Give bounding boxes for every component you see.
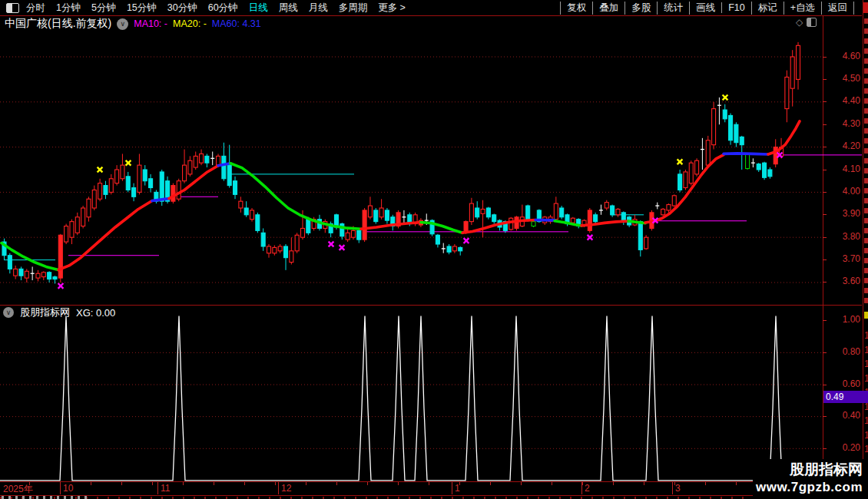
indicator-header: 股朋指标网 XG: 0.00 <box>3 306 115 319</box>
minor-tick <box>552 482 552 485</box>
minor-tick <box>613 482 614 485</box>
toolbar-item-f10[interactable]: F10 <box>721 2 751 13</box>
toolbar-item-multi-period[interactable]: 多周期 <box>339 2 368 15</box>
toolbar-item-tongji[interactable]: 统计 <box>657 2 689 15</box>
toolbar-item-zixuan[interactable]: +自选 <box>784 2 821 15</box>
clipped-yellow-fragment <box>864 312 868 319</box>
ma60-legend: MA60: 4.31 <box>212 18 261 29</box>
clipped-digit: 1 <box>864 343 868 358</box>
indicator-axis-label: 0.60 <box>827 378 860 390</box>
toolbar-item-duogu[interactable]: 多股 <box>624 2 657 15</box>
toolbar-item-fenshi[interactable]: 分时 <box>26 2 45 15</box>
stock-title: 中国广核(日线.前复权) <box>5 17 111 31</box>
ma10-legend: MA10: - <box>134 18 167 29</box>
minor-tick <box>121 482 122 485</box>
chevron-down-icon[interactable] <box>3 307 14 318</box>
toolbar-item-5min[interactable]: 5分钟 <box>91 2 116 15</box>
minor-tick <box>644 482 644 485</box>
split-pane-icon[interactable] <box>807 18 817 27</box>
toolbar-item-weekly[interactable]: 周线 <box>279 2 298 15</box>
toolbar-item-diejia[interactable]: 叠加 <box>592 2 624 15</box>
chart-corner-icons: ◇ <box>796 17 817 28</box>
toolbar-item-15min[interactable]: 15分钟 <box>127 2 157 15</box>
month-tick <box>157 482 158 494</box>
month-tick <box>672 482 673 494</box>
year-label: 2025年 <box>3 483 33 496</box>
period-toolbar: 分时1分钟5分钟15分钟30分钟60分钟日线周线月线多周期更多 > 复权叠加多股… <box>0 0 862 15</box>
toolbar-item-fuquan[interactable]: 复权 <box>560 2 592 15</box>
ma20-legend: MA20: - <box>173 18 207 29</box>
month-label: 12 <box>281 483 291 494</box>
minor-tick <box>91 482 91 485</box>
toolbar-item-60min[interactable]: 60分钟 <box>208 2 238 15</box>
month-tick <box>278 482 279 494</box>
watermark-site-name: 股朋指标网 <box>753 461 863 479</box>
minor-tick <box>705 482 706 485</box>
month-label: 11 <box>161 483 170 494</box>
minor-tick <box>398 482 399 485</box>
toolbar-item-more[interactable]: 更多 > <box>378 2 406 15</box>
toolbar-item-biaoji[interactable]: 标记 <box>751 2 784 15</box>
collapsed-side-panel[interactable]: 11111111111 <box>863 0 868 499</box>
indicator-axis-label: 1.00 <box>827 314 860 326</box>
window-layout-icon[interactable] <box>6 3 19 13</box>
time-axis: 2025年 101112123 <box>0 482 862 495</box>
minor-tick <box>29 482 30 485</box>
scrollbar-stub <box>863 2 868 13</box>
toolbar-item-30min[interactable]: 30分钟 <box>167 2 197 15</box>
indicator-chart-canvas[interactable] <box>0 306 823 481</box>
clipped-digit: 1 <box>864 428 868 443</box>
month-label: 2 <box>585 483 590 494</box>
indicator-axis-label: 0.80 <box>827 346 860 358</box>
month-label: 1 <box>455 483 460 494</box>
toolbar-item-1min[interactable]: 1分钟 <box>56 2 81 15</box>
clipped-bottom-row <box>0 496 862 499</box>
toolbar-item-daily[interactable]: 日线 <box>249 2 268 15</box>
watermark: 股朋指标网 www.7gpzb.com <box>753 459 868 499</box>
minor-tick <box>582 482 583 485</box>
diamond-icon[interactable]: ◇ <box>796 17 803 28</box>
month-tick <box>452 482 452 494</box>
clipped-glyph-fragments <box>864 18 868 304</box>
minor-tick <box>336 482 337 485</box>
minor-tick <box>306 482 306 485</box>
minor-tick <box>183 482 184 485</box>
minor-tick <box>367 482 368 485</box>
indicator-axis-label: 0.20 <box>827 442 860 454</box>
clipped-digit: 1 <box>864 442 868 457</box>
month-label: 10 <box>63 483 73 494</box>
minor-tick <box>244 482 245 485</box>
month-tick <box>581 482 582 494</box>
toolbar-item-huaxian[interactable]: 画线 <box>689 2 721 15</box>
clipped-text-fragments <box>2 496 88 499</box>
toolbar-item-fanhui[interactable]: 返回 <box>821 2 854 15</box>
period-menu: 分时1分钟5分钟15分钟30分钟60分钟日线周线月线多周期更多 > <box>26 0 406 15</box>
chart-header: 中国广核(日线.前复权) MA10: - MA20: - MA60: 4.31 <box>5 18 261 30</box>
month-label: 3 <box>675 483 681 494</box>
minor-tick <box>736 482 737 485</box>
minor-tick <box>521 482 522 485</box>
tools-menu: 复权叠加多股统计画线F10标记+自选返回 <box>560 1 854 15</box>
trading-terminal-window: 分时1分钟5分钟15分钟30分钟60分钟日线周线月线多周期更多 > 复权叠加多股… <box>0 0 868 499</box>
chevron-down-icon[interactable] <box>117 18 128 30</box>
clipped-digit: 1 <box>864 329 868 343</box>
indicator-axis-label: 0.40 <box>827 410 860 421</box>
clipped-digit: 1 <box>864 372 868 386</box>
minor-tick <box>490 482 491 485</box>
toolbar-item-monthly[interactable]: 月线 <box>309 2 328 15</box>
minor-tick <box>275 482 276 485</box>
indicator-value: XG: 0.00 <box>76 307 115 319</box>
month-tick <box>60 482 61 494</box>
minor-tick <box>152 482 153 485</box>
clipped-digit: 1 <box>864 414 868 428</box>
indicator-name: 股朋指标网 <box>20 306 70 319</box>
minor-tick <box>429 482 429 485</box>
minor-tick <box>214 482 214 485</box>
watermark-url: www.7gpzb.com <box>753 479 863 496</box>
main-chart-canvas[interactable] <box>0 16 862 305</box>
clipped-digit: 1 <box>864 357 868 372</box>
current-value-tag: 0.49 <box>823 391 868 403</box>
